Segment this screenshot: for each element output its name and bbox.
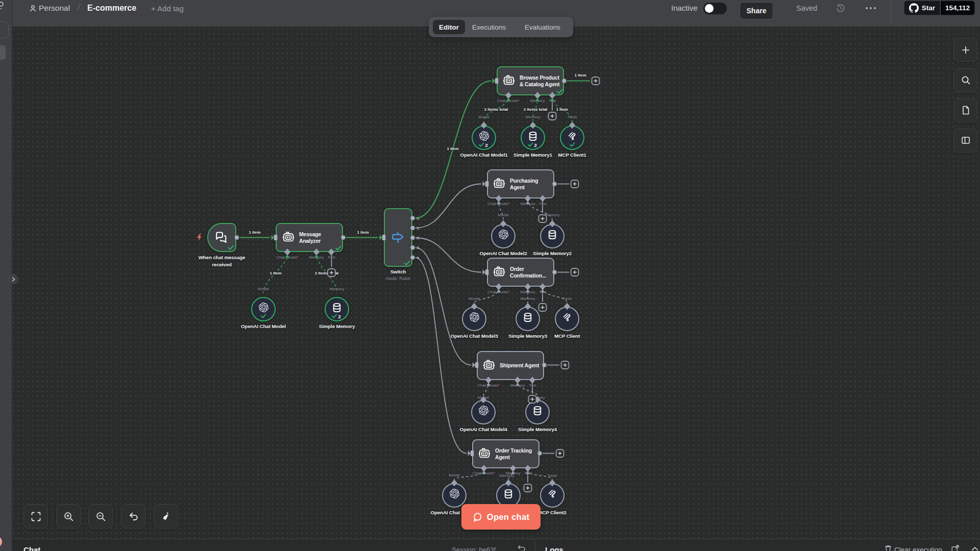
svg-text:2: 2 bbox=[417, 236, 420, 240]
svg-text:4: 4 bbox=[417, 256, 420, 260]
svg-text:3: 3 bbox=[417, 245, 420, 250]
svg-text:0: 0 bbox=[417, 216, 420, 221]
svg-text:1: 1 bbox=[417, 226, 420, 231]
